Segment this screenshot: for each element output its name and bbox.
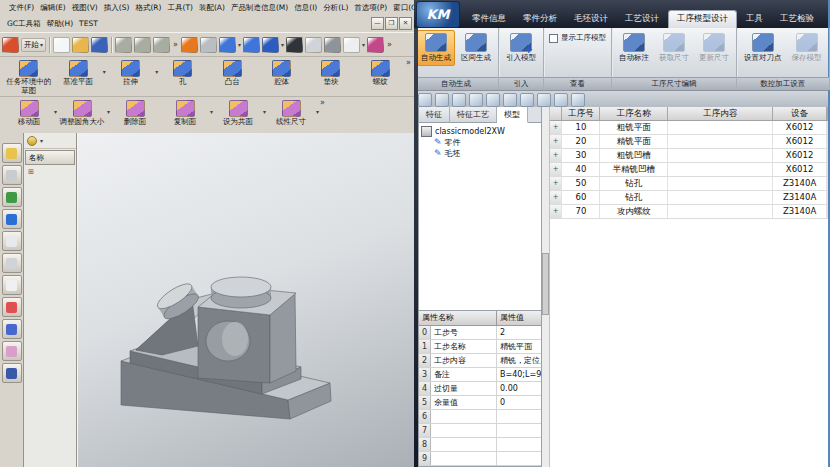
- property-value-cell[interactable]: 0: [497, 396, 541, 409]
- column-header-工序号[interactable]: 工序号: [562, 107, 600, 120]
- role-flag-icon[interactable]: [367, 37, 384, 53]
- copy-icon[interactable]: [469, 93, 483, 107]
- ribbon-button-自动标注[interactable]: 自动标注: [615, 30, 653, 66]
- face-button[interactable]: 设为共面: [213, 98, 263, 127]
- tab-工艺检验[interactable]: 工艺检验: [772, 11, 822, 28]
- open-file-icon[interactable]: [72, 37, 89, 53]
- shaded-view-icon[interactable]: [286, 37, 303, 53]
- menu-item[interactable]: 视图(V): [69, 3, 101, 13]
- row-expander-icon[interactable]: +: [550, 205, 562, 218]
- menu-item[interactable]: 首选项(P): [351, 3, 390, 13]
- part-navigator-icon[interactable]: [2, 187, 22, 207]
- vertical-scrollbar[interactable]: [542, 107, 550, 467]
- settings-icon[interactable]: [554, 93, 568, 107]
- ribbon-button-自动生成[interactable]: 自动生成: [417, 30, 455, 66]
- property-value-cell[interactable]: [497, 452, 541, 465]
- menu-item[interactable]: 帮助(H): [44, 19, 77, 29]
- overflow-icon[interactable]: »: [319, 98, 326, 107]
- ribbon-button-引入模型[interactable]: +引入模型: [502, 30, 540, 66]
- tab-零件分析[interactable]: 零件分析: [515, 11, 565, 28]
- table-row[interactable]: +40半精铣凹槽X6012: [550, 163, 828, 177]
- chevron-down-icon[interactable]: ▾: [281, 41, 284, 48]
- table-row[interactable]: +70攻内螺纹Z3140A: [550, 205, 828, 219]
- menu-item[interactable]: 装配(A): [196, 3, 228, 13]
- panel-tab-特征[interactable]: 特征: [419, 107, 450, 122]
- feature-button[interactable]: 凸台: [208, 58, 257, 87]
- csys-toggle-icon[interactable]: [181, 37, 198, 53]
- column-header-设备[interactable]: 设备: [773, 107, 827, 120]
- materials-icon[interactable]: [2, 363, 22, 383]
- property-value-cell[interactable]: 0.00: [497, 382, 541, 395]
- table-row[interactable]: +30粗铣凹槽X6012: [550, 149, 828, 163]
- property-value-cell[interactable]: [497, 424, 541, 437]
- tab-输出[interactable]: 输出: [823, 11, 830, 28]
- tab-工具[interactable]: 工具: [738, 11, 771, 28]
- face-button[interactable]: 删除面: [110, 98, 160, 127]
- tab-工艺设计[interactable]: 工艺设计: [617, 11, 667, 28]
- menu-item[interactable]: 插入(S): [101, 3, 133, 13]
- checkbox-icon[interactable]: [549, 34, 558, 43]
- property-value-header[interactable]: 属性值: [497, 311, 541, 325]
- chevron-down-icon[interactable]: ▾: [40, 137, 43, 144]
- assembly-navigator-icon[interactable]: [2, 143, 22, 163]
- menu-item[interactable]: 窗口(O): [390, 3, 414, 13]
- chevron-down-icon[interactable]: ▾: [238, 41, 241, 48]
- table-row[interactable]: +20精铣平面X6012: [550, 135, 828, 149]
- panel-tab-特征工艺[interactable]: 特征工艺: [450, 107, 497, 122]
- property-value-cell[interactable]: [497, 410, 541, 423]
- sketch-icon[interactable]: [200, 37, 217, 53]
- menu-item[interactable]: 分析(L): [320, 3, 351, 13]
- palette-icon[interactable]: [2, 275, 22, 295]
- feature-button[interactable]: 基准平面: [53, 58, 102, 87]
- face-button[interactable]: 调整圆角大小: [57, 98, 107, 127]
- menu-item[interactable]: 工具(T): [164, 3, 195, 13]
- visualization-icon[interactable]: [2, 297, 22, 317]
- property-value-cell[interactable]: 精铣平面: [497, 340, 541, 353]
- refresh-icon[interactable]: [520, 93, 534, 107]
- feature-button[interactable]: 孔: [158, 58, 207, 87]
- selection-icon[interactable]: [2, 319, 22, 339]
- row-expander-icon[interactable]: +: [550, 177, 562, 190]
- overflow-icon[interactable]: »: [405, 58, 412, 67]
- window-icon[interactable]: [343, 37, 360, 53]
- table-row[interactable]: +60钻孔Z3140A: [550, 191, 828, 205]
- face-button[interactable]: 复制面: [160, 98, 210, 127]
- property-name-header[interactable]: 属性名称: [419, 311, 497, 325]
- feature-button[interactable]: 螺纹: [356, 58, 405, 87]
- feature-button[interactable]: 垫块: [306, 58, 355, 87]
- column-header-工序内容[interactable]: 工序内容: [668, 107, 773, 120]
- feature-button[interactable]: 拉伸: [106, 58, 155, 87]
- menu-item[interactable]: 产品制造信息(M): [228, 3, 291, 13]
- restore-button[interactable]: ❐: [385, 17, 398, 30]
- row-expander-icon[interactable]: +: [550, 163, 562, 176]
- start-button[interactable]: 开始▾: [21, 38, 46, 52]
- row-expander-icon[interactable]: +: [550, 149, 562, 162]
- constraint-navigator-icon[interactable]: [2, 165, 22, 185]
- paste-icon[interactable]: [153, 37, 170, 53]
- copy-icon[interactable]: [134, 37, 151, 53]
- tree-root-node[interactable]: classicmodel2XW: [421, 126, 539, 137]
- face-button[interactable]: 线性尺寸: [266, 98, 316, 127]
- menu-item[interactable]: TEST: [76, 19, 101, 29]
- reuse-library-icon[interactable]: [2, 231, 22, 251]
- tree-node-毛坯[interactable]: ✎毛坯: [434, 148, 539, 159]
- extrude-cube-icon[interactable]: [219, 37, 236, 53]
- cut-icon[interactable]: [115, 37, 132, 53]
- minimize-button[interactable]: —: [371, 17, 384, 30]
- help-icon[interactable]: [571, 93, 585, 107]
- cad-3d-viewport[interactable]: [77, 133, 414, 467]
- menu-item[interactable]: GC工具箱: [4, 19, 44, 29]
- row-expander-icon[interactable]: +: [550, 135, 562, 148]
- list-icon[interactable]: [486, 93, 500, 107]
- table-row[interactable]: +10粗铣平面X6012: [550, 121, 828, 135]
- rotate-view-icon[interactable]: [305, 37, 322, 53]
- feature-button[interactable]: 腔体: [257, 58, 306, 87]
- table-icon[interactable]: [418, 93, 432, 107]
- scrollbar-thumb[interactable]: [542, 253, 549, 315]
- pencil-icon[interactable]: [27, 136, 37, 146]
- menu-item[interactable]: 格式(R): [132, 3, 164, 13]
- section-view-icon[interactable]: [324, 37, 341, 53]
- property-value-cell[interactable]: 精铣，定位尺: [497, 354, 541, 367]
- history-icon[interactable]: [2, 253, 22, 273]
- save-icon[interactable]: [452, 93, 466, 107]
